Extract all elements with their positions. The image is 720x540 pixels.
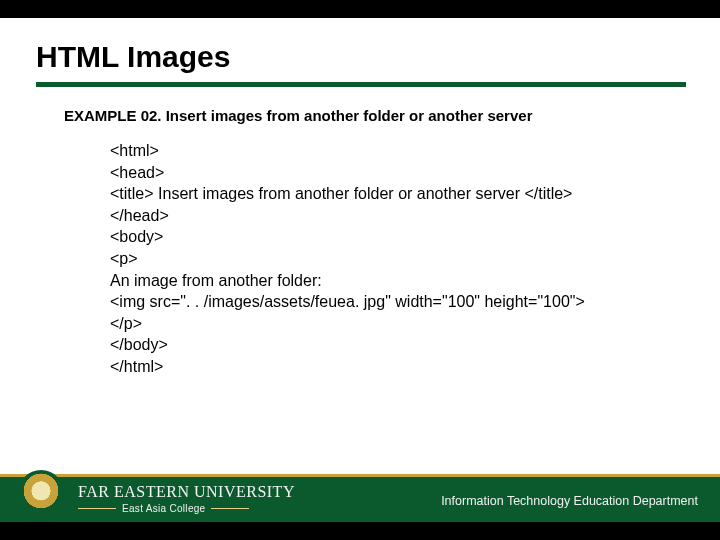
code-block: <html> <head> <title> Insert images from… <box>0 124 720 378</box>
college-name: East Asia College <box>122 503 205 514</box>
department-name: Information Technology Education Departm… <box>441 494 698 508</box>
example-heading: EXAMPLE 02. Insert images from another f… <box>0 87 720 124</box>
university-block: FAR EASTERN UNIVERSITY East Asia College <box>78 483 295 514</box>
university-seal-icon <box>18 470 64 516</box>
university-name: FAR EASTERN UNIVERSITY <box>78 483 295 501</box>
footer-bar: FAR EASTERN UNIVERSITY East Asia College… <box>0 474 720 522</box>
page-title: HTML Images <box>0 18 720 82</box>
footer-accent-line <box>0 474 720 477</box>
college-line-right <box>211 508 249 509</box>
college-row: East Asia College <box>78 503 295 514</box>
slide: HTML Images EXAMPLE 02. Insert images fr… <box>0 18 720 522</box>
college-line-left <box>78 508 116 509</box>
